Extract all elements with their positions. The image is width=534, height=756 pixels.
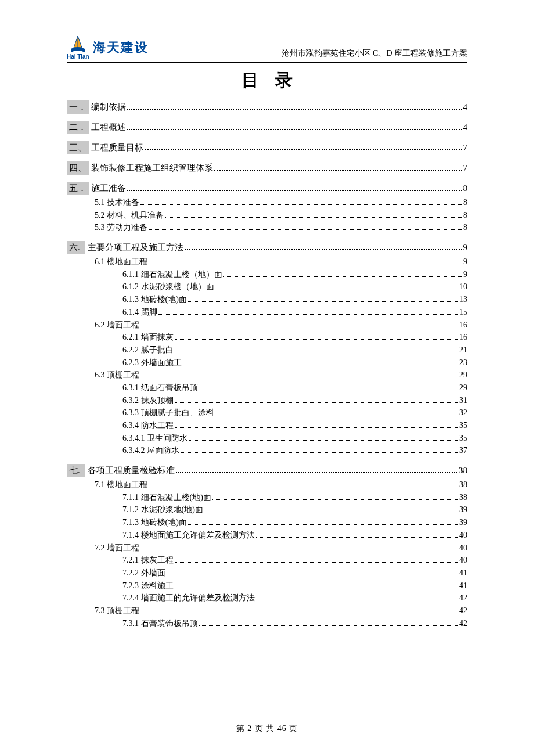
toc-page: 39: [459, 516, 467, 529]
toc-leader: [175, 402, 459, 403]
toc-entry[interactable]: 6.2 墙面工程16: [67, 319, 467, 332]
toc-leader: [183, 365, 459, 365]
toc-label: 7.1.1 细石混凝土楼(地)面: [122, 491, 211, 504]
toc-entry[interactable]: 6.3.1 纸面石膏板吊顶29: [67, 381, 467, 394]
toc-page: 8: [463, 196, 467, 209]
toc-page: 8: [463, 209, 467, 222]
toc-entry[interactable]: 5.1 技术准备8: [67, 196, 467, 209]
toc-label: 7.2.2 外墙面: [122, 567, 165, 579]
toc-entry[interactable]: 6.3.3 顶棚腻子批白、涂料32: [67, 406, 467, 419]
toc-entry[interactable]: 7.1 楼地面工程38: [67, 478, 467, 491]
toc-leader: [204, 512, 458, 512]
toc-page: 42: [459, 604, 467, 617]
toc-entry[interactable]: 6.2.3 外墙面施工23: [67, 357, 467, 369]
toc-label: 6.2 墙面工程: [95, 319, 139, 332]
toc-leader: [215, 289, 459, 289]
toc-label: 7.1 楼地面工程: [95, 478, 147, 491]
toc-entry[interactable]: 6.1.4 踢脚15: [67, 306, 467, 319]
toc-leader: [140, 613, 458, 613]
toc-entry[interactable]: 7.3 顶棚工程42: [67, 604, 467, 617]
toc-label: 7.2.1 抹灰工程: [122, 554, 174, 567]
toc-label: 6.3 顶棚工程: [95, 369, 139, 381]
toc-leader: [214, 170, 462, 171]
toc-page: 9: [463, 268, 467, 281]
toc-leader: [256, 537, 459, 538]
toc-entry[interactable]: 6.1.1 细石混凝土楼（地）面9: [67, 268, 467, 281]
toc-page: 42: [459, 617, 467, 630]
toc-leader: [140, 204, 462, 205]
toc-page: 29: [459, 381, 467, 394]
page-footer: 第 2 页 共 46 页: [0, 723, 534, 734]
toc-entry[interactable]: 6.3 顶棚工程29: [67, 369, 467, 381]
toc-entry[interactable]: 7.1.4 楼地面施工允许偏差及检测方法40: [67, 529, 467, 542]
toc-entry[interactable]: 7.2.3 涂料施工41: [67, 579, 467, 592]
toc-entry[interactable]: 6.1 楼地面工程9: [67, 255, 467, 268]
toc-leader: [175, 588, 459, 588]
toc-leader: [256, 600, 459, 600]
toc-entry[interactable]: 一．编制依据4: [67, 100, 467, 114]
toc-page: 9: [463, 243, 468, 253]
toc-entry[interactable]: 7.1.3 地砖楼(地)面39: [67, 516, 467, 529]
toc-entry[interactable]: 6.1.2 水泥砂浆楼（地）面10: [67, 280, 467, 293]
toc-label: 5.3 劳动力准备: [95, 221, 147, 234]
toc-entry[interactable]: 6.2.2 腻子批白21: [67, 344, 467, 357]
toc-entry[interactable]: 七.各项工程质量检验标准38: [67, 464, 467, 477]
toc-entry[interactable]: 7.3.1 石膏装饰板吊顶42: [67, 617, 467, 630]
toc-num: 一．: [67, 100, 89, 114]
toc-num: 七.: [67, 464, 85, 477]
toc-page: 41: [459, 567, 467, 579]
toc-label: 6.3.2 抹灰顶棚: [122, 394, 174, 407]
toc-leader: [175, 427, 459, 428]
toc-num: 六.: [67, 241, 85, 254]
toc-leader: [188, 301, 458, 302]
toc-leader: [127, 109, 462, 110]
toc-label: 7.2 墙面工程: [95, 542, 139, 555]
toc-leader: [223, 276, 463, 277]
toc-entry[interactable]: 四、装饰装修工程施工组织管理体系7: [67, 161, 467, 175]
toc-leader: [167, 575, 459, 575]
toc-leader: [185, 249, 462, 250]
toc-page: 7: [463, 143, 468, 153]
toc-page: 23: [459, 357, 467, 369]
toc-entry[interactable]: 7.1.2 水泥砂浆地(地)面39: [67, 503, 467, 516]
table-of-contents: 一．编制依据4二．工程概述4三、工程质量目标7四、装饰装修工程施工组织管理体系7…: [67, 100, 467, 629]
toc-label: 7.3 顶棚工程: [95, 604, 139, 617]
toc-page: 38: [459, 466, 467, 476]
toc-entry[interactable]: 5.3 劳动力准备8: [67, 221, 467, 234]
toc-page: 16: [459, 331, 467, 344]
toc-entry[interactable]: 二．工程概述4: [67, 121, 467, 134]
toc-label: 5.2 材料、机具准备: [95, 209, 164, 222]
toc-entry[interactable]: 5.2 材料、机具准备8: [67, 209, 467, 222]
toc-leader: [212, 499, 458, 500]
toc-entry[interactable]: 7.2.4 墙面施工的允许偏差及检测方法42: [67, 592, 467, 604]
toc-page: 31: [459, 394, 467, 407]
toc-page: 13: [459, 293, 467, 306]
toc-label: 7.2.4 墙面施工的允许偏差及检测方法: [122, 592, 255, 604]
toc-entry[interactable]: 7.2.1 抹灰工程40: [67, 554, 467, 567]
toc-entry[interactable]: 五．施工准备8: [67, 182, 467, 195]
toc-page: 40: [459, 529, 467, 542]
toc-entry[interactable]: 6.2.1 墙面抹灰16: [67, 331, 467, 344]
toc-label: 工程质量目标: [91, 142, 143, 153]
toc-entry[interactable]: 6.3.4.1 卫生间防水35: [67, 432, 467, 445]
toc-num: 二．: [67, 121, 89, 134]
toc-label: 7.1.3 地砖楼(地)面: [122, 516, 187, 529]
logo-block: Hai Tian 海天建设: [67, 35, 149, 60]
toc-label: 5.1 技术准备: [95, 196, 139, 209]
toc-entry[interactable]: 三、工程质量目标7: [67, 141, 467, 154]
toc-label: 7.2.3 涂料施工: [122, 579, 174, 592]
toc-entry[interactable]: 6.3.2 抹灰顶棚31: [67, 394, 467, 407]
toc-entry[interactable]: 6.3.4.2 屋面防水37: [67, 444, 467, 457]
toc-page: 15: [459, 306, 467, 319]
toc-entry[interactable]: 7.2 墙面工程40: [67, 542, 467, 555]
toc-entry[interactable]: 7.1.1 细石混凝土楼(地)面38: [67, 491, 467, 504]
toc-entry[interactable]: 7.2.2 外墙面41: [67, 567, 467, 579]
toc-entry[interactable]: 六.主要分项工程及施工方法9: [67, 241, 467, 254]
toc-entry[interactable]: 6.3.4 防水工程35: [67, 419, 467, 432]
toc-leader: [181, 452, 458, 453]
toc-page: 32: [459, 406, 467, 419]
toc-num: 四、: [67, 161, 89, 175]
toc-entry[interactable]: 6.1.3 地砖楼(地)面13: [67, 293, 467, 306]
toc-label: 主要分项工程及施工方法: [88, 242, 183, 253]
toc-label: 6.3.4 防水工程: [122, 419, 174, 432]
